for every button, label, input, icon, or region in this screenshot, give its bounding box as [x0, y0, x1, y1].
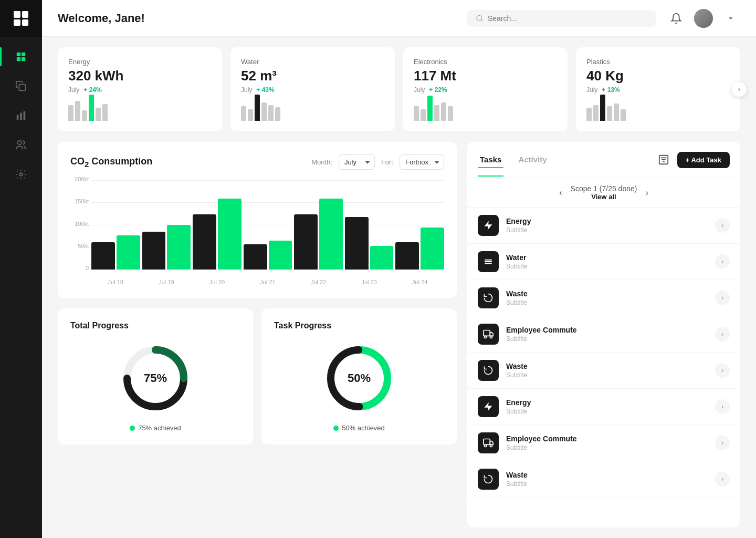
metric-plastics-value: 40 Kg	[586, 68, 730, 84]
task-commute-icon	[478, 324, 499, 345]
task-arrow-icon[interactable]: ›	[715, 291, 730, 305]
search-input[interactable]	[488, 14, 648, 23]
sidebar-item-chart[interactable]	[0, 101, 42, 130]
metric-energy-change: + 24%	[83, 86, 101, 94]
task-item-waste-3[interactable]: Waste Subtitle ›	[467, 461, 740, 498]
company-select[interactable]: Fortnox	[400, 154, 444, 170]
task-item-waste-1[interactable]: Waste Subtitle ›	[467, 280, 740, 316]
task-progress-achieved: 50% achieved	[333, 424, 385, 432]
bar-green	[319, 199, 343, 270]
bar-dark	[345, 217, 369, 270]
scope-prev-button[interactable]: ‹	[559, 188, 562, 198]
svg-rect-4	[19, 84, 25, 90]
search-bar[interactable]	[467, 10, 656, 27]
sidebar-item-users[interactable]	[0, 130, 42, 160]
total-achieved-label: 75% achieved	[138, 424, 181, 432]
metrics-scroll-right[interactable]: ›	[732, 82, 747, 97]
bar-green	[167, 225, 191, 270]
metric-water-label: Water	[241, 58, 384, 66]
add-task-button[interactable]: + Add Task	[677, 152, 730, 168]
task-item-water[interactable]: Water Subtitle ›	[467, 244, 740, 280]
task-name: Energy	[506, 398, 708, 407]
sidebar-item-settings[interactable]	[0, 160, 42, 189]
scope-nav: ‹ Scope 1 (7/25 done) View all ›	[467, 178, 740, 208]
task-arrow-icon[interactable]: ›	[715, 218, 730, 233]
x-label-jul23: Jul 23	[345, 279, 394, 285]
logo-grid-icon	[14, 11, 28, 26]
bar-dark	[142, 232, 166, 270]
task-energy-icon	[478, 396, 499, 417]
grid-label: 50kt	[70, 243, 89, 249]
mini-bar	[248, 109, 253, 121]
task-subtitle: Subtitle	[506, 408, 708, 415]
task-arrow-icon[interactable]: ›	[715, 436, 730, 450]
achieved-dot	[130, 426, 135, 431]
x-axis: Jul 18 Jul 19 Jul 20 Jul 21 Jul 22 Jul 2…	[91, 279, 444, 285]
scope-view-all-link[interactable]: View all	[571, 193, 637, 201]
co2-chart-card: CO2 Consumption Month: July June May For…	[58, 142, 457, 298]
task-progress-percent: 50%	[348, 371, 371, 385]
bottom-row: CO2 Consumption Month: July June May For…	[58, 142, 740, 527]
grid-label: 0	[70, 265, 89, 271]
avatar[interactable]	[694, 9, 713, 28]
x-label-jul18: Jul 18	[91, 279, 140, 285]
metric-electronics-change: + 22%	[429, 86, 447, 94]
task-item-employee-commute-1[interactable]: Employee Commute Subtitle ›	[467, 316, 740, 353]
metric-water-value: 52 m³	[241, 68, 384, 84]
task-subtitle: Subtitle	[506, 480, 708, 488]
bar-group-jul24	[395, 227, 444, 270]
task-name: Energy	[506, 217, 708, 225]
grid-label: 150kt	[70, 198, 89, 204]
mini-bar	[268, 105, 274, 121]
metric-plastics: Plastics 40 Kg July + 13%	[576, 47, 740, 131]
month-select[interactable]: July June May	[339, 154, 375, 170]
metric-electronics: Electronics 117 Mt July + 22%	[403, 47, 568, 131]
metric-water-change: + 43%	[256, 86, 274, 94]
metric-electronics-label: Electronics	[414, 58, 557, 66]
sidebar-item-grid[interactable]	[0, 42, 42, 71]
tasks-header: Tasks Activity + Add Task	[467, 142, 740, 178]
co2-chart-title: CO2 Consumption	[70, 156, 303, 169]
tasks-panel: Tasks Activity + Add Task ‹ Scope 1 (7/2	[467, 142, 740, 527]
x-label-jul24: Jul 24	[395, 279, 444, 285]
mini-bar	[414, 106, 419, 121]
svg-point-9	[19, 173, 23, 176]
task-arrow-icon[interactable]: ›	[715, 399, 730, 414]
task-name: Employee Commute	[506, 434, 708, 443]
task-info: Waste Subtitle	[506, 362, 708, 379]
app-logo[interactable]	[0, 0, 42, 37]
sidebar-item-copy[interactable]	[0, 71, 42, 101]
bar-dark	[244, 244, 267, 270]
metric-energy-label: Energy	[68, 58, 212, 66]
task-info: Energy Subtitle	[506, 398, 708, 415]
user-menu-chevron-icon[interactable]	[721, 9, 740, 28]
task-item-employee-commute-2[interactable]: Employee Commute Subtitle ›	[467, 425, 740, 461]
svg-point-8	[18, 141, 22, 144]
x-label-jul22: Jul 22	[294, 279, 343, 285]
task-arrow-icon[interactable]: ›	[715, 472, 730, 487]
task-item-energy-1[interactable]: Energy Subtitle ›	[467, 208, 740, 244]
for-label: For:	[381, 158, 393, 166]
bar-group-jul18	[91, 235, 140, 270]
svg-point-22	[485, 444, 487, 447]
tab-activity[interactable]: Activity	[516, 152, 549, 168]
bar-group-jul22	[294, 199, 343, 270]
tab-tasks[interactable]: Tasks	[478, 152, 503, 168]
task-progress-donut: 50%	[325, 344, 393, 412]
notifications-icon[interactable]	[667, 9, 686, 28]
mini-bar	[621, 109, 626, 121]
metrics-row: Energy 320 kWh July + 24% Water 52 m³	[58, 47, 740, 131]
task-arrow-icon[interactable]: ›	[715, 254, 730, 269]
settings-icon	[15, 169, 27, 180]
x-label-jul19: Jul 19	[142, 279, 191, 285]
task-arrow-icon[interactable]: ›	[715, 363, 730, 378]
filter-icon[interactable]	[654, 150, 673, 169]
task-item-energy-2[interactable]: Energy Subtitle ›	[467, 389, 740, 425]
header: Welcome, Jane!	[42, 0, 756, 37]
task-item-waste-2[interactable]: Waste Subtitle ›	[467, 353, 740, 389]
bar-dark	[395, 242, 419, 270]
mini-bar	[607, 106, 612, 121]
task-arrow-icon[interactable]: ›	[715, 327, 730, 342]
mini-bar	[241, 106, 246, 121]
scope-next-button[interactable]: ›	[645, 188, 648, 198]
